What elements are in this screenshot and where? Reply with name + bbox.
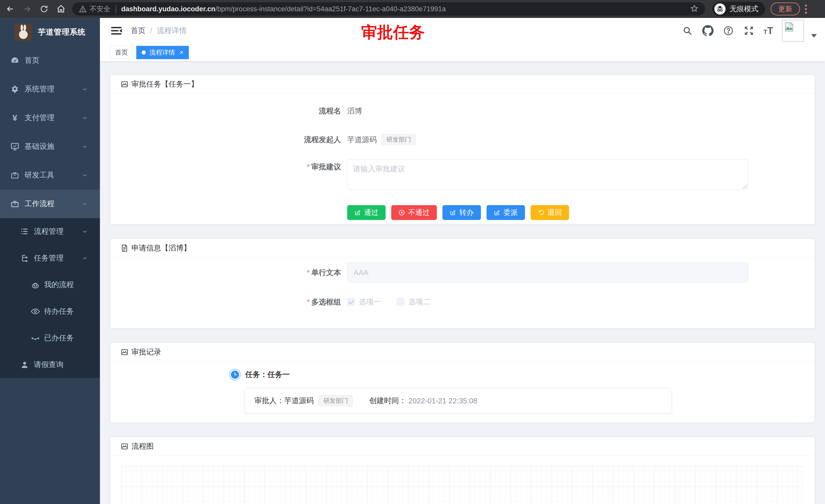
chevron-up-icon (81, 200, 88, 207)
gear-icon (10, 84, 20, 94)
required-asterisk: * (307, 163, 310, 171)
sidebar-item-todo-tasks[interactable]: 待办任务 (0, 298, 100, 325)
sidebar-item-leave-query[interactable]: 请假查询 (0, 351, 100, 378)
resize-grip-icon[interactable] (743, 184, 747, 188)
browser-home-icon[interactable] (56, 4, 66, 14)
create-time-value: 2022-01-21 22:35:08 (408, 397, 477, 405)
single-text-input-disabled: AAA (347, 262, 748, 282)
application-card-header: 申请信息【滔博】 (110, 239, 815, 257)
edit-icon (494, 209, 500, 216)
approver-label: 审批人： (254, 396, 284, 406)
browser-reload-icon[interactable] (39, 4, 49, 14)
process-name-row: 流程名 滔博 (121, 104, 804, 118)
initiator-value: 芋道源码 研发部门 (347, 133, 416, 147)
tab-process-detail[interactable]: 流程详情 × (136, 46, 189, 59)
sidebar-item-devtools[interactable]: 研发工具 (0, 161, 100, 189)
briefcase-icon (10, 199, 20, 209)
browser-update-button[interactable]: 更新 (771, 3, 800, 15)
breadcrumb-home[interactable]: 首页 (131, 26, 146, 36)
return-button[interactable]: 退回 (531, 205, 569, 220)
tab-home[interactable]: 首页 (110, 46, 133, 59)
comment-textarea[interactable] (348, 160, 748, 189)
comment-textarea-wrap (347, 160, 748, 190)
chevron-up-icon (81, 255, 88, 261)
sidebar-item-done-tasks[interactable]: 已办任务 (0, 325, 100, 351)
incognito-badge: 无痕模式 (712, 2, 765, 16)
checkbox-option-1: 选项一 (347, 297, 381, 307)
initiator-row: 流程发起人 芋道源码 研发部门 (121, 133, 804, 147)
clock-icon (231, 370, 239, 379)
url-bar[interactable]: 不安全 dashboard.yudao.iocoder.cn/bpm/proce… (72, 2, 705, 16)
app-logo-row[interactable]: 芋道管理系统 (0, 18, 100, 46)
avatar[interactable] (782, 20, 804, 42)
url-path: /bpm/process-instance/detail?id=54aa251f… (216, 5, 446, 13)
top-navbar: 首页 / 流程详情 审批任务 TT (100, 18, 825, 44)
active-tab-dot (142, 51, 146, 55)
picture-icon (121, 348, 128, 356)
bpmn-canvas[interactable] (121, 466, 804, 504)
card-title: 审批记录 (132, 347, 161, 357)
approval-task-card: 审批任务【任务一】 流程名 滔博 流程发起人 芋道源码 研发部门 *审批建议 (110, 75, 815, 224)
warning-icon (79, 5, 87, 13)
card-title: 流程图 (132, 441, 154, 451)
sidebar-item-workflow[interactable]: 工作流程 (0, 189, 100, 218)
single-text-label: *单行文本 (121, 262, 341, 282)
font-size-icon[interactable]: TT (763, 25, 773, 36)
browser-forward-icon[interactable] (22, 4, 32, 14)
monitor-icon (10, 141, 20, 152)
breadcrumb-separator: / (150, 27, 152, 35)
department-tag: 研发部门 (381, 134, 416, 145)
sidebar-item-system[interactable]: 系统管理 (0, 75, 100, 103)
avatar-dropdown-caret[interactable] (811, 34, 817, 37)
sidebar-item-process-mgmt[interactable]: 流程管理 (0, 218, 100, 245)
bookmark-star-icon[interactable] (690, 4, 698, 14)
yen-icon: ¥ (10, 113, 20, 123)
task-title: 任务：任务一 (245, 369, 290, 380)
browser-menu-icon[interactable] (805, 5, 807, 14)
transfer-button[interactable]: 转办 (443, 205, 481, 220)
approval-timeline: 任务：任务一 审批人： 芋道源码 研发部门 创建时间： 2022-01-21 2… (110, 361, 815, 413)
search-icon[interactable] (681, 25, 693, 36)
card-title: 审批任务【任务一】 (132, 79, 198, 89)
comment-label: *审批建议 (121, 160, 341, 174)
navbar-actions: TT (681, 20, 825, 42)
chevron-down-icon (81, 172, 88, 178)
card-title: 申请信息【滔博】 (132, 243, 191, 253)
app-title: 芋道管理系统 (38, 27, 86, 37)
edit-icon (354, 209, 361, 216)
sidebar-menu: 首页 系统管理 ¥ 支付管理 基础设施 研发工具 (0, 46, 100, 378)
sidebar: 芋道管理系统 首页 系统管理 ¥ 支付管理 基础设施 (0, 18, 100, 504)
sidebar-item-task-mgmt[interactable]: 任务管理 (0, 245, 100, 271)
org-tree-icon (19, 253, 30, 263)
checkbox-unchecked-icon (397, 298, 404, 306)
fullscreen-icon[interactable] (743, 25, 755, 36)
dashboard-icon (10, 55, 20, 66)
sidebar-item-my-process[interactable]: 我的流程 (0, 271, 100, 298)
sidebar-item-payment[interactable]: ¥ 支付管理 (0, 103, 100, 132)
delegate-button[interactable]: 委派 (486, 205, 525, 220)
github-icon[interactable] (702, 25, 714, 36)
incognito-icon (714, 3, 726, 15)
sidebar-item-home[interactable]: 首页 (0, 46, 100, 75)
toolbox-icon (10, 170, 20, 180)
browser-back-icon[interactable] (5, 4, 15, 14)
approval-actions: 通过 不通过 转办 委派 退回 (347, 205, 804, 232)
checkbox-group-label: *多选框组 (121, 295, 341, 309)
chevron-down-icon (81, 228, 88, 235)
annotation-overlay: 审批任务 (361, 21, 425, 43)
approve-button[interactable]: 通过 (347, 205, 386, 220)
undo-icon (538, 209, 544, 216)
edit-icon (450, 209, 456, 216)
tab-close-icon[interactable]: × (179, 49, 183, 56)
sidebar-item-infrastructure[interactable]: 基础设施 (0, 132, 100, 161)
diagram-card-header: 流程图 (110, 437, 815, 455)
eye-open-icon (30, 306, 41, 317)
chevron-down-icon (81, 86, 88, 92)
document-icon (121, 244, 128, 252)
sidebar-collapse-icon[interactable] (109, 23, 124, 38)
required-asterisk: * (307, 268, 310, 276)
approval-card-header: 审批任务【任务一】 (110, 75, 815, 93)
reject-button[interactable]: 不通过 (391, 205, 437, 220)
circle-close-icon (398, 209, 405, 216)
help-icon[interactable] (723, 25, 734, 36)
